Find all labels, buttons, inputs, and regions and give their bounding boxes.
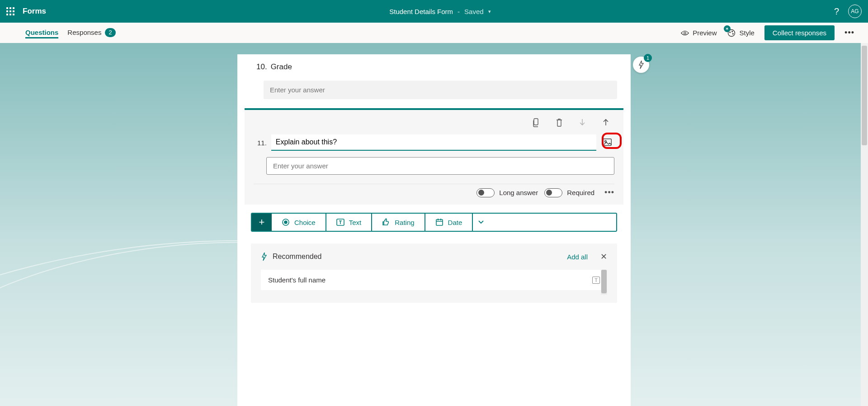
help-icon[interactable]: ? <box>834 6 839 17</box>
add-question-button[interactable]: + <box>252 214 272 231</box>
preview-button[interactable]: Preview <box>681 29 717 37</box>
answer-input[interactable] <box>264 81 617 99</box>
svg-point-2 <box>729 32 730 33</box>
tab-responses-label: Responses <box>67 29 101 36</box>
svg-point-0 <box>684 32 686 34</box>
recommended-item-label: Student's full name <box>268 276 326 284</box>
lightning-icon <box>261 252 267 261</box>
suggestions-fab[interactable]: 1 <box>633 57 649 73</box>
move-down-icon <box>579 118 589 127</box>
chevron-down-icon <box>478 220 484 224</box>
close-icon[interactable]: ✕ <box>600 252 607 262</box>
add-choice-button[interactable]: Choice <box>272 214 326 231</box>
question-number: 10. <box>256 62 267 72</box>
palette-icon: ✶ <box>727 29 736 38</box>
radio-icon <box>282 218 290 226</box>
text-icon <box>336 218 344 226</box>
add-rating-button[interactable]: Rating <box>372 214 425 231</box>
move-up-icon[interactable] <box>603 118 613 127</box>
copy-icon[interactable] <box>532 118 542 127</box>
long-answer-label: Long answer <box>499 189 538 196</box>
form-title-group: Student Details Form - Saved ▾ <box>389 8 491 15</box>
question-more-icon[interactable]: ••• <box>604 188 614 197</box>
command-bar: Questions Responses 2 Preview ✶ Style Co… <box>0 23 868 43</box>
form-card: 10. Grade <box>237 54 631 406</box>
svg-point-9 <box>284 221 287 224</box>
app-header: Forms Student Details Form - Saved ▾ ? A… <box>0 0 868 23</box>
svg-rect-11 <box>436 220 443 225</box>
question-number: 11. <box>257 139 267 147</box>
suggestions-count: 1 <box>644 54 652 62</box>
question-text-input[interactable] <box>271 134 596 151</box>
question-11-editing: 11. Long answer Required ••• <box>245 108 623 205</box>
app-name[interactable]: Forms <box>23 7 46 16</box>
question-title: Grade <box>271 62 292 72</box>
save-status: Saved <box>464 8 484 15</box>
required-label: Required <box>567 189 594 196</box>
add-all-button[interactable]: Add all <box>567 253 588 261</box>
form-canvas: 1 10. Grade <box>0 43 868 406</box>
required-toggle[interactable] <box>544 188 562 197</box>
user-avatar[interactable]: AG <box>848 5 862 18</box>
style-button[interactable]: ✶ Style <box>727 29 755 38</box>
recommended-title: Recommended <box>273 253 322 261</box>
eye-icon <box>681 30 689 36</box>
tab-responses[interactable]: Responses 2 <box>67 28 115 38</box>
recommended-item[interactable]: Student's full name T <box>261 270 607 290</box>
collect-responses-button[interactable]: Collect responses <box>764 25 835 40</box>
add-question-bar: + Choice Text Rating <box>251 213 617 232</box>
page-scrollbar-thumb[interactable] <box>862 46 867 145</box>
svg-rect-5 <box>534 119 538 125</box>
add-text-button[interactable]: Text <box>326 214 373 231</box>
delete-icon[interactable] <box>556 118 566 127</box>
text-type-icon: T <box>592 277 600 284</box>
question-10: 10. Grade <box>251 62 617 99</box>
style-badge: ✶ <box>724 25 731 32</box>
form-title[interactable]: Student Details Form <box>389 8 453 15</box>
responses-count-badge: 2 <box>105 28 115 37</box>
tab-questions[interactable]: Questions <box>25 27 58 38</box>
calendar-icon <box>435 218 443 226</box>
svg-point-4 <box>732 33 733 34</box>
long-answer-toggle[interactable] <box>476 188 495 197</box>
page-scrollbar[interactable] <box>861 43 868 406</box>
annotation-highlight <box>602 133 622 149</box>
scrollbar-thumb[interactable] <box>601 270 607 293</box>
more-options-icon[interactable]: ••• <box>844 28 854 38</box>
answer-input[interactable] <box>266 157 614 175</box>
add-more-types-button[interactable] <box>473 214 489 231</box>
recommended-panel: Recommended Add all ✕ ▲ Student's full n… <box>251 244 617 303</box>
chevron-down-icon[interactable]: ▾ <box>488 9 491 14</box>
lightning-icon <box>637 60 645 69</box>
svg-point-3 <box>731 31 732 32</box>
app-launcher-icon[interactable] <box>6 7 14 15</box>
scrollbar-track <box>601 270 607 295</box>
add-date-button[interactable]: Date <box>425 214 473 231</box>
thumbs-up-icon <box>382 218 390 226</box>
